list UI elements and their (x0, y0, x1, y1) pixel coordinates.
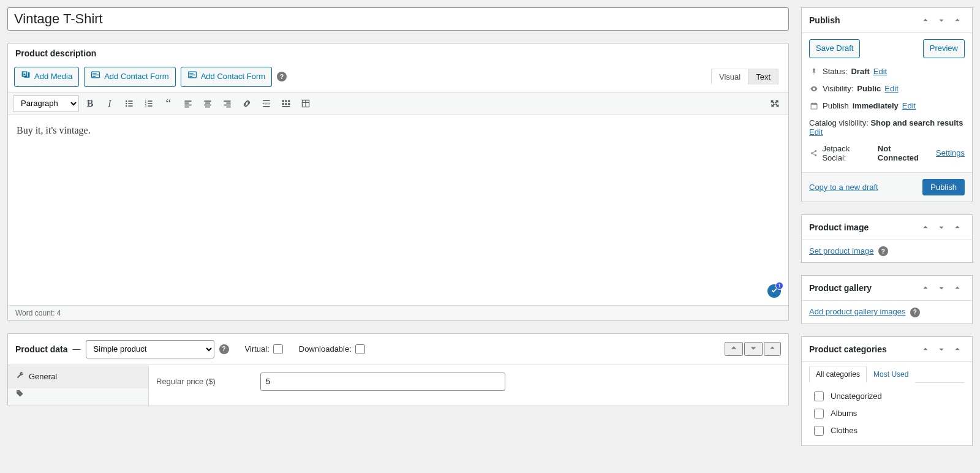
edit-date-link[interactable]: Edit (902, 101, 916, 110)
edit-visibility-link[interactable]: Edit (884, 84, 898, 93)
italic-button[interactable]: I (101, 95, 118, 112)
svg-rect-21 (184, 102, 189, 104)
move-up-button[interactable] (918, 281, 933, 295)
move-up-button[interactable] (725, 342, 743, 356)
copy-draft-link[interactable]: Copy to a new draft (809, 183, 878, 192)
pd-tab-general[interactable]: General (8, 365, 148, 388)
category-checkbox[interactable] (814, 426, 824, 436)
toggle-button[interactable] (950, 220, 965, 235)
visibility-label: Visibility: (823, 84, 853, 93)
jetpack-value: Not Connected (878, 144, 932, 162)
align-center-button[interactable] (199, 95, 216, 112)
media-icon (21, 70, 31, 84)
svg-rect-29 (226, 102, 230, 104)
product-type-select[interactable]: Simple product (86, 340, 214, 358)
svg-rect-31 (226, 107, 230, 108)
category-item[interactable]: Albums (812, 405, 962, 422)
ol-button[interactable]: 123 (140, 95, 157, 112)
help-icon[interactable]: ? (878, 246, 888, 256)
svg-rect-28 (224, 100, 230, 102)
align-right-button[interactable] (219, 95, 236, 112)
pd-dash: — (73, 344, 81, 354)
move-down-button[interactable] (934, 220, 949, 235)
help-icon[interactable]: ? (910, 308, 920, 317)
table-button[interactable] (297, 95, 314, 112)
tag-icon (15, 389, 24, 399)
move-up-button[interactable] (918, 13, 933, 28)
svg-point-8 (126, 100, 127, 102)
move-down-button[interactable] (744, 342, 763, 356)
category-item[interactable]: Uncategorized (812, 388, 962, 405)
svg-rect-46 (811, 104, 817, 105)
toolbar-toggle-button[interactable] (277, 95, 295, 112)
edit-status-link[interactable]: Edit (873, 67, 887, 76)
pd-tab-next[interactable] (8, 388, 148, 401)
category-checkbox[interactable] (814, 392, 824, 401)
svg-rect-34 (263, 106, 270, 107)
readmore-button[interactable] (258, 95, 275, 112)
publish-button[interactable]: Publish (922, 179, 965, 195)
virtual-checkbox[interactable] (273, 344, 283, 354)
format-select[interactable]: Paragraph (13, 95, 79, 112)
svg-rect-11 (128, 103, 132, 104)
toggle-button[interactable] (764, 342, 781, 356)
tab-text[interactable]: Text (748, 69, 778, 85)
help-icon[interactable]: ? (277, 72, 287, 81)
word-count-value: 4 (57, 309, 61, 317)
ul-button[interactable] (121, 95, 138, 112)
add-gallery-images-link[interactable]: Add product gallery images (809, 307, 906, 316)
category-label: Albums (831, 409, 857, 418)
svg-rect-20 (184, 100, 191, 102)
regular-price-input[interactable] (260, 373, 505, 391)
svg-rect-32 (263, 100, 270, 101)
wrench-icon (15, 371, 24, 382)
svg-rect-36 (285, 100, 287, 102)
fullscreen-button[interactable] (766, 95, 783, 112)
move-up-button[interactable] (918, 342, 933, 357)
save-draft-button[interactable]: Save Draft (809, 39, 860, 58)
check-badge-icon[interactable]: 1 (767, 284, 781, 298)
svg-rect-17 (148, 103, 152, 104)
badge-count: 1 (775, 282, 783, 290)
move-up-button[interactable] (918, 220, 933, 235)
jetpack-settings-link[interactable]: Settings (936, 148, 965, 157)
link-button[interactable] (238, 95, 255, 112)
product-title-input[interactable] (7, 7, 789, 31)
move-down-button[interactable] (934, 13, 949, 28)
svg-rect-6 (189, 75, 195, 75)
help-icon[interactable]: ? (219, 344, 229, 354)
svg-rect-30 (224, 104, 230, 105)
move-down-button[interactable] (934, 342, 949, 357)
svg-rect-38 (282, 103, 284, 105)
add-contact-form-button-1[interactable]: Add Contact Form (84, 67, 176, 87)
toggle-button[interactable] (950, 342, 965, 357)
publish-heading: Publish (809, 15, 840, 25)
align-left-button[interactable] (179, 95, 197, 112)
publish-date-value: immediately (853, 101, 899, 110)
toggle-button[interactable] (950, 281, 965, 295)
add-media-button[interactable]: Add Media (14, 67, 79, 87)
toggle-button[interactable] (950, 13, 965, 28)
set-product-image-link[interactable]: Set product image (809, 246, 874, 255)
category-item[interactable]: Clothes (812, 422, 962, 439)
category-checkbox[interactable] (814, 409, 824, 418)
svg-rect-13 (128, 105, 132, 107)
editor-content[interactable]: Buy it, it's vintage. 1 (8, 115, 788, 305)
downloadable-checkbox[interactable] (355, 344, 365, 354)
quote-button[interactable]: “ (160, 95, 177, 112)
status-label: Status: (823, 67, 847, 76)
cat-tab-all[interactable]: All categories (809, 366, 867, 383)
svg-rect-19 (148, 105, 152, 107)
editor-text: Buy it, it's vintage. (17, 125, 91, 135)
preview-button[interactable]: Preview (923, 39, 965, 58)
edit-catalog-link[interactable]: Edit (809, 127, 823, 137)
downloadable-label: Downloadable: (299, 344, 365, 354)
move-down-button[interactable] (934, 281, 949, 295)
bold-button[interactable]: B (81, 95, 99, 112)
add-contact-form-button-2[interactable]: Add Contact Form (181, 67, 273, 87)
svg-rect-5 (189, 73, 193, 74)
jetpack-label: Jetpack Social: (822, 144, 873, 162)
cat-tab-most[interactable]: Most Used (867, 366, 915, 383)
eye-icon (809, 84, 819, 94)
tab-visual[interactable]: Visual (711, 69, 748, 85)
